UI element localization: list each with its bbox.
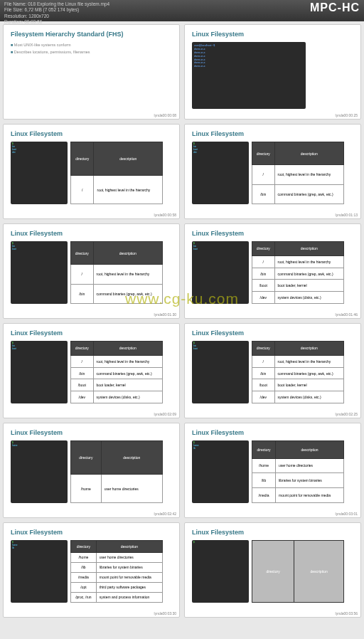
timestamp: lynda00:01:13	[336, 213, 358, 217]
thumbnail[interactable]: Linux Filesystem $binboot directorydescr…	[184, 323, 361, 418]
thumbnail[interactable]: Linux Filesystem $homelib directorydescr…	[3, 522, 180, 618]
terminal-icon: $	[192, 540, 249, 603]
terminal-icon: user@localhost:~$ drwxr-xr-xdrwxr-xr-xdr…	[192, 42, 306, 109]
timestamp: lynda00:03:30	[154, 611, 176, 616]
thumbnail[interactable]: Linux Filesystem $binbootdev directoryde…	[3, 124, 180, 219]
fs-table: directorydescription /homeuser home dire…	[70, 540, 163, 603]
timestamp: lynda00:03:56	[336, 611, 358, 616]
terminal-icon: $binboot	[192, 241, 249, 304]
terminal-icon: $binboot	[11, 341, 68, 403]
thumbnail[interactable]: Linux Filesystem $binboot directorydescr…	[3, 323, 180, 418]
slide-title: Linux Filesystem	[192, 429, 353, 436]
fs-table: directorydescription /root, highest leve…	[70, 241, 163, 304]
app-header: File Name: 018 Exploring the Linux file …	[0, 0, 364, 21]
slide-title: Linux Filesystem	[11, 429, 172, 436]
timestamp: lynda00:01:30	[154, 312, 176, 317]
slide-title: Linux Filesystem	[11, 130, 172, 137]
thumbnail[interactable]: Linux Filesystem $binboot directorydescr…	[184, 223, 361, 319]
terminal-icon: $binbootdev	[192, 142, 249, 204]
slide-title: Linux Filesystem	[11, 529, 172, 536]
slide-title: Linux Filesystem	[11, 230, 172, 237]
timestamp: lynda00:00:25	[336, 113, 358, 117]
fs-table: directorydescription /root, highest leve…	[70, 142, 163, 204]
terminal-icon: $homelib	[192, 440, 249, 503]
fs-table: directorydescription /root, highest leve…	[252, 341, 344, 403]
thumbnail[interactable]: Filesystem Hierarchy Standard (FHS) Most…	[3, 24, 180, 120]
thumbnail[interactable]: Linux Filesystem user@localhost:~$ drwxr…	[184, 24, 361, 120]
slide-title: Linux Filesystem	[192, 31, 353, 38]
timestamp: lynda00:01:46	[336, 312, 358, 317]
terminal-icon: $binbootdev	[11, 142, 68, 204]
slide-title: Linux Filesystem	[192, 130, 353, 137]
fs-table: directorydescription /homeuser home dire…	[70, 440, 163, 503]
slide-title: Linux Filesystem	[192, 529, 353, 536]
fs-table: directorydescription /root, highest leve…	[70, 341, 163, 403]
thumbnail[interactable]: Linux Filesystem $home directorydescript…	[3, 423, 180, 518]
thumbnail[interactable]: Linux Filesystem $homelib directorydescr…	[184, 423, 361, 518]
slide-title: Linux Filesystem	[11, 329, 172, 337]
terminal-icon: $binboot	[192, 341, 249, 403]
timestamp: lynda00:03:01	[336, 512, 358, 516]
timestamp: lynda00:02:25	[336, 412, 358, 416]
terminal-icon: $binboot	[11, 241, 68, 304]
slide-title: Linux Filesystem	[192, 230, 353, 237]
slide-title: Filesystem Hierarchy Standard (FHS)	[11, 31, 172, 38]
fs-table: directorydescription /root, highest leve…	[252, 142, 344, 204]
timestamp: lynda00:00:58	[154, 213, 176, 217]
timestamp: lynda00:00:08	[154, 113, 176, 117]
terminal-icon: $homelib	[11, 540, 68, 603]
app-title: MPC-HC	[310, 1, 360, 14]
fs-table: directorydescription	[252, 540, 344, 603]
thumbnail[interactable]: Linux Filesystem $binbootdev directoryde…	[184, 124, 361, 219]
file-info-block: File Name: 018 Exploring the Linux file …	[4, 1, 109, 26]
bullet-list: Most UNIX-like systems conform Describes…	[11, 42, 172, 56]
terminal-icon: $home	[11, 440, 68, 503]
slide-title: Linux Filesystem	[192, 329, 353, 337]
timestamp: lynda00:02:42	[154, 512, 176, 516]
thumbnail[interactable]: Linux Filesystem $binboot directorydescr…	[3, 223, 180, 319]
fs-table: directorydescription /root, highest leve…	[252, 241, 344, 304]
fs-table: directorydescription /homeuser home dire…	[252, 440, 344, 503]
thumbnail-grid: Filesystem Hierarchy Standard (FHS) Most…	[0, 21, 364, 620]
thumbnail[interactable]: Linux Filesystem $ directorydescription …	[184, 522, 361, 618]
timestamp: lynda00:02:09	[154, 412, 176, 416]
